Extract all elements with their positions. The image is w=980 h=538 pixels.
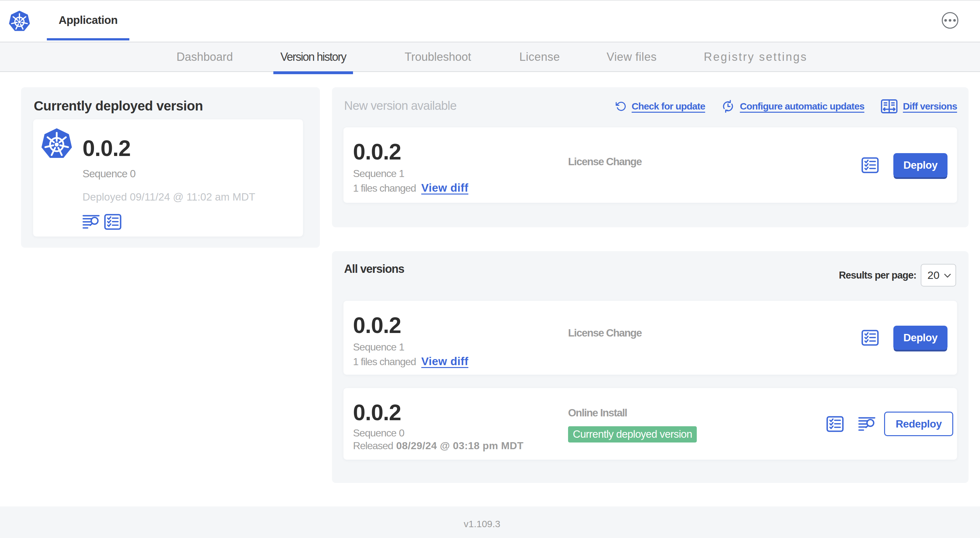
released-date: 08/29/24 @ 03:18 pm MDT [396,440,524,452]
tab-label: View files [607,50,657,63]
results-per-page-label: Results per page: [839,270,916,281]
app-header: Application [0,1,980,42]
version-source: License Change [568,156,642,167]
console-version: v1.109.3 [0,519,964,529]
chevron-down-icon [944,273,951,278]
version-sequence: Sequence 1 [353,341,404,353]
version-number: 0.0.2 [353,400,401,425]
tab-version-history[interactable]: Version history [274,42,353,71]
refresh-icon [616,101,626,112]
new-version-panel: New version available Check for update C… [332,87,969,227]
version-number: 0.0.2 [353,140,401,164]
tab-view-files[interactable]: View files [600,42,663,71]
preflight-checklist-icon [861,157,879,173]
footer: v1.109.3 [0,506,980,538]
kubernetes-logo-icon [8,10,30,32]
tab-license[interactable]: License [512,42,567,71]
preflight-checklist-icon [826,416,844,432]
version-sequence: Sequence 1 [353,168,404,179]
app-nav-tab[interactable]: Application [47,1,129,42]
tab-registry-settings[interactable]: Registry settings [697,42,815,71]
deployed-version-card: 0.0.2 Sequence 0 Deployed 09/11/24 @ 11:… [33,119,303,236]
app-subnav: Dashboard Version history Troubleshoot L… [0,42,980,72]
deployed-version-number: 0.0.2 [83,136,130,160]
ellipsis-dot-icon [944,19,947,22]
released-prefix: Released [353,440,393,452]
results-per-page-value: 20 [928,269,940,281]
release-notes-button[interactable] [858,417,875,431]
deployed-timestamp: Deployed 09/11/24 @ 11:02 am MDT [83,191,255,203]
release-notes-icon [858,417,875,431]
version-source: Online Install [568,407,627,419]
preflight-checks-button[interactable] [861,330,879,346]
tab-label: Troubleshoot [405,50,471,63]
files-changed: 1 files changed [353,356,416,368]
view-diff-link[interactable]: View diff [421,181,468,194]
deployed-sequence: Sequence 0 [83,168,135,180]
view-diff-link[interactable]: View diff [421,355,468,368]
ellipsis-dot-icon [953,19,956,22]
tab-label: License [519,50,560,63]
preflight-checklist-icon [104,214,121,230]
diff-versions-icon [881,99,897,113]
files-changed: 1 files changed [353,183,416,194]
version-row: 0.0.2 Sequence 0 Released 08/29/24 @ 03:… [344,388,957,460]
version-sequence: Sequence 0 [353,427,404,439]
check-for-update-link[interactable]: Check for update [616,101,705,112]
preflight-checks-button[interactable] [861,157,879,173]
all-versions-panel: All versions Results per page: 20 0.0.2 … [332,251,969,483]
ellipsis-menu-button[interactable] [942,12,958,29]
tab-troubleshoot[interactable]: Troubleshoot [398,42,478,71]
ellipsis-dot-icon [949,19,951,22]
diff-versions-link[interactable]: Diff versions [881,99,957,113]
version-row: 0.0.2 Sequence 1 1 files changed View di… [344,301,957,375]
redeploy-button[interactable]: Redeploy [884,412,953,436]
preflight-checks-button[interactable] [104,214,121,230]
all-versions-title: All versions [344,261,404,277]
currently-deployed-panel: Currently deployed version 0.0.2 Sequenc… [21,87,320,248]
preflight-checks-button[interactable] [826,416,844,432]
release-notes-button[interactable] [83,215,100,229]
app-nav-tab-label: Application [59,14,118,26]
tab-label: Dashboard [177,50,233,63]
deploy-button[interactable]: Deploy [893,153,948,177]
currently-deployed-title: Currently deployed version [34,98,203,114]
tab-dashboard[interactable]: Dashboard [170,42,240,71]
new-version-title: New version available [344,98,457,114]
new-version-card: 0.0.2 Sequence 1 1 files changed View di… [344,127,957,203]
app-icon-kubernetes [40,128,73,160]
results-per-page-select[interactable]: 20 [921,264,956,287]
schedule-update-icon [722,100,734,113]
tab-label: Registry settings [704,50,808,63]
tab-label: Version history [280,50,346,63]
version-number: 0.0.2 [353,313,401,338]
preflight-checklist-icon [861,330,879,346]
currently-deployed-badge: Currently deployed version [568,426,697,443]
version-source: License Change [568,327,642,339]
configure-automatic-updates-link[interactable]: Configure automatic updates [722,100,864,113]
deploy-button[interactable]: Deploy [893,326,948,350]
release-notes-icon [83,215,100,229]
